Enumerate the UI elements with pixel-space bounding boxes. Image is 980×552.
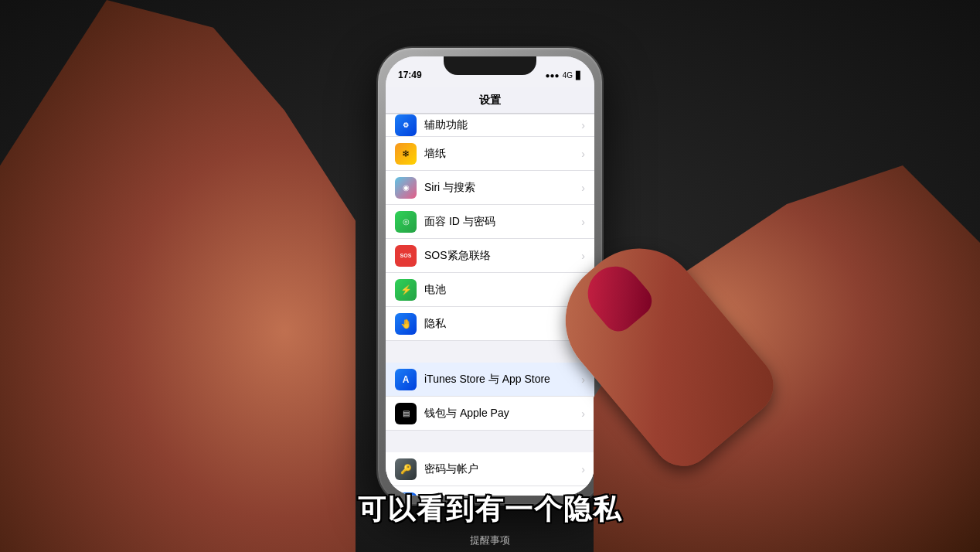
group-gap [386, 341, 594, 363]
list-item-faceid[interactable]: ◎ 面容 ID 与密码 › [386, 205, 594, 239]
chevron-icon: › [581, 407, 585, 420]
list-item[interactable]: ⚙ 辅助功能 › [386, 114, 594, 137]
status-time: 17:49 [398, 70, 422, 80]
battery-icon: ▊ [576, 71, 582, 80]
bottom-hint-text: 提醒事项 [470, 534, 510, 546]
chevron-icon: › [581, 216, 585, 228]
settings-list[interactable]: ⚙ 辅助功能 › ❄ 墙纸 › ◉ [386, 114, 594, 496]
hand-left [0, 0, 356, 552]
item-label: 隐私 [424, 317, 581, 331]
bottom-hint: 提醒事项 [0, 533, 980, 547]
list-item-wallet[interactable]: ▤ 钱包与 Apple Pay › [386, 397, 594, 431]
password-icon: 🔑 [395, 458, 417, 480]
chevron-icon: › [581, 148, 585, 160]
chevron-icon: › [581, 119, 585, 131]
notch [444, 56, 536, 75]
wallet-icon: ▤ [395, 403, 417, 424]
item-label: SOS紧急联络 [424, 249, 581, 263]
appstore-icon: A [395, 369, 417, 390]
item-label: 电池 [424, 283, 581, 297]
item-label: 密码与帐户 [424, 462, 581, 476]
sos-icon: SOS [395, 245, 417, 267]
group-gap [386, 431, 594, 452]
list-item-sos[interactable]: SOS SOS紧急联络 › [386, 239, 594, 273]
item-label: 墙纸 [424, 147, 581, 161]
icon-label: ⚙ [403, 121, 409, 129]
chevron-icon: › [581, 463, 585, 475]
item-icon: ⚙ [395, 114, 417, 136]
nav-bar: 设置 [386, 87, 594, 114]
status-icons: ●●● 4G ▊ [546, 71, 582, 80]
list-item-battery[interactable]: ⚡ 电池 › [386, 273, 594, 307]
list-item-password[interactable]: 🔑 密码与帐户 › [386, 452, 594, 486]
faceid-icon: ◎ [395, 211, 417, 233]
battery-icon: ⚡ [395, 279, 417, 301]
chevron-icon: › [581, 373, 585, 386]
list-item-appstore[interactable]: A iTunes Store 与 App Store › [386, 363, 594, 397]
list-item-siri[interactable]: ◉ Siri 与搜索 › [386, 171, 594, 205]
privacy-icon: 🤚 [395, 313, 417, 335]
siri-icon: ◉ [395, 177, 417, 199]
signal-icon: ●●● [546, 71, 560, 80]
subtitle-container: 可以看到有一个隐私 [0, 491, 980, 529]
network-type: 4G [563, 71, 573, 80]
list-item-wallpaper[interactable]: ❄ 墙纸 › [386, 137, 594, 171]
item-label: 钱包与 Apple Pay [424, 407, 581, 421]
list-item-privacy[interactable]: 🤚 隐私 › [386, 307, 594, 341]
phone-frame: 17:49 ●●● 4G ▊ 设置 ⚙ 辅助功能 › [378, 48, 602, 504]
chevron-icon: › [581, 250, 585, 262]
page-title: 设置 [479, 94, 501, 107]
scene: 17:49 ●●● 4G ▊ 设置 ⚙ 辅助功能 › [0, 0, 980, 552]
item-label: 辅助功能 [424, 118, 581, 132]
wallpaper-icon: ❄ [395, 143, 417, 165]
item-label: iTunes Store 与 App Store [424, 373, 581, 387]
item-label: Siri 与搜索 [424, 181, 581, 195]
chevron-icon: › [581, 182, 585, 194]
item-label: 面容 ID 与密码 [424, 215, 581, 229]
phone-screen: 17:49 ●●● 4G ▊ 设置 ⚙ 辅助功能 › [386, 56, 594, 496]
subtitle-text: 可以看到有一个隐私 [358, 493, 622, 525]
